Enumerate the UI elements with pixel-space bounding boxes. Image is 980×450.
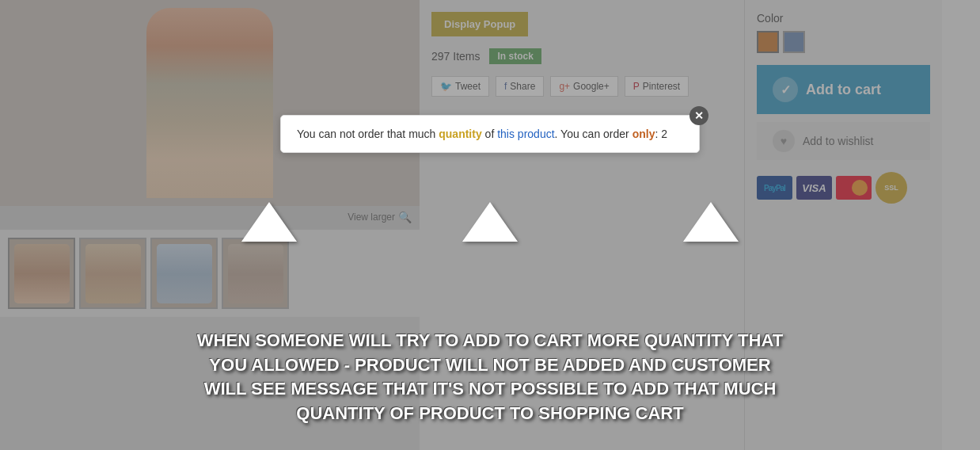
popup-notification: ✕ You can not order that much quantity o… xyxy=(280,115,700,153)
arrow-center xyxy=(462,202,518,242)
popup-text-part1: You can not order that much xyxy=(297,128,439,140)
popup-number: : 2 xyxy=(655,128,667,140)
explanation-line4: QUANTITY OF PRODUCT TO SHOPPING CART xyxy=(63,402,917,426)
popup-product-link[interactable]: this product xyxy=(497,128,554,140)
bottom-explanation-text: WHEN SOMEONE WILL TRY TO ADD TO CART MOR… xyxy=(0,329,980,426)
popup-highlight-quantity: quantity xyxy=(439,128,481,140)
explanation-line1: WHEN SOMEONE WILL TRY TO ADD TO CART MOR… xyxy=(63,329,917,353)
popup-close-button[interactable]: ✕ xyxy=(689,106,708,125)
arrow-left xyxy=(241,202,297,242)
popup-text-part3: . You can order xyxy=(555,128,632,140)
popup-only-label: only xyxy=(632,128,655,140)
explanation-line2: YOU ALLOWED - PRODUCT WILL NOT BE ADDED … xyxy=(63,353,917,378)
popup-text-part2: of xyxy=(482,128,497,140)
popup-message: You can not order that much quantity of … xyxy=(297,128,667,140)
arrow-right xyxy=(683,202,739,242)
explanation-line3: WILL SEE MESSAGE THAT IT'S NOT POSSIBLE … xyxy=(63,377,917,402)
overlay: ✕ You can not order that much quantity o… xyxy=(0,0,980,450)
arrows-row xyxy=(0,202,980,242)
